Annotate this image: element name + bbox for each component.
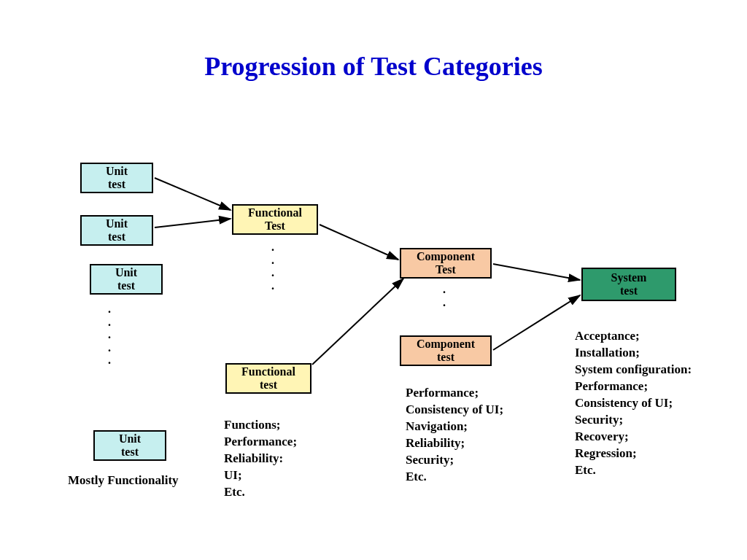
svg-line-3 — [312, 279, 403, 365]
box-unit-3: Unit test — [90, 264, 163, 295]
note-functional: Functions; Performance; Reliability: UI;… — [224, 417, 297, 501]
note-unit: Mostly Functionality — [68, 472, 179, 489]
note-component: Performance; Consistency of UI; Navigati… — [406, 385, 503, 486]
box-unit-4: Unit test — [93, 430, 166, 461]
box-unit-1: Unit test — [80, 163, 153, 193]
svg-line-5 — [493, 295, 580, 350]
svg-line-0 — [155, 178, 231, 210]
ellipsis-functional: . . . . — [271, 241, 274, 292]
box-functional-1: Functional Test — [232, 204, 318, 235]
svg-line-1 — [155, 219, 231, 228]
box-component-2: Component test — [400, 335, 492, 366]
box-component-1: Component Test — [400, 248, 492, 279]
note-system: Acceptance; Installation; System configu… — [575, 328, 692, 478]
box-unit-2: Unit test — [80, 215, 153, 246]
page-title: Progression of Test Categories — [0, 51, 747, 82]
ellipsis-component: . . — [443, 283, 446, 308]
svg-line-2 — [320, 225, 398, 260]
box-functional-2: Functional test — [225, 363, 311, 394]
svg-line-4 — [493, 264, 580, 280]
ellipsis-unit: . . . . . — [108, 303, 111, 367]
box-system: System test — [581, 268, 676, 301]
